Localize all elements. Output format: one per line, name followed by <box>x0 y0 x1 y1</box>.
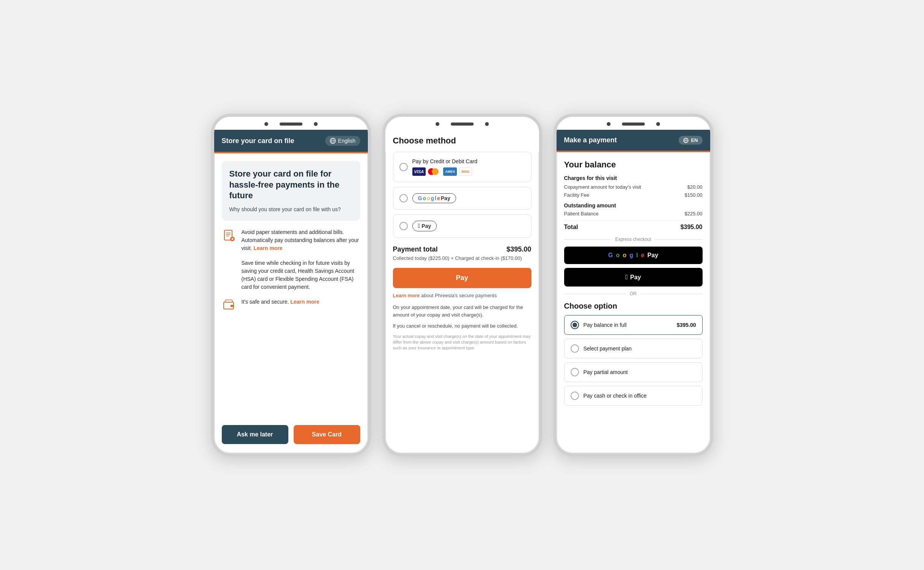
method-credit-card[interactable]: Pay by Credit or Debit Card VISA AMEX DI… <box>393 152 531 182</box>
option-partial-label: Pay partial amount <box>584 369 628 375</box>
g-letter: G <box>418 195 422 201</box>
benefit-2-text: Save time while checking in for future v… <box>222 259 360 291</box>
charge-row-copay: Copayment amount for today's visit $20.0… <box>564 184 703 190</box>
charge-row-facility: Facility Fee $150.00 <box>564 192 703 198</box>
e-letter: e <box>437 195 440 201</box>
visa-icon: VISA <box>412 167 426 176</box>
save-card-button[interactable]: Save Card <box>294 425 360 444</box>
or-text: OR <box>630 291 637 296</box>
radio-gpay <box>399 194 408 202</box>
outstanding-label: Outstanding amount <box>564 202 703 209</box>
option-full-amount: $395.00 <box>677 322 696 328</box>
phone1-title: Store your card on file <box>222 137 294 145</box>
phone2-body: Pay by Credit or Debit Card VISA AMEX DI… <box>385 152 539 453</box>
choose-option-title: Choose option <box>564 302 703 310</box>
balance-title: Your balance <box>564 160 703 170</box>
method-gpay[interactable]: Google Pay <box>393 187 531 210</box>
o-letter2: o <box>427 195 430 201</box>
radio-cash <box>571 392 579 400</box>
phone1-footer: Ask me later Save Card <box>214 419 368 453</box>
gpay-e: e <box>641 252 644 259</box>
radio-plan <box>571 344 579 353</box>
total-row: Total $395.00 <box>564 220 703 231</box>
option-payment-plan[interactable]: Select payment plan <box>564 339 703 358</box>
phone3-dot-left <box>607 122 611 126</box>
info-card: Store your card on file for hassle-free … <box>222 161 360 221</box>
learn-more-line: Learn more about Phreesia's secure payme… <box>393 293 531 298</box>
method-apay[interactable]:  Pay <box>393 214 531 238</box>
apay-pay-text: Pay <box>630 274 641 281</box>
choose-method-title: Choose method <box>393 136 531 146</box>
charge-row-patient: Patient Balance $225.00 <box>564 211 703 217</box>
phone3-body: Your balance Charges for this visit Copa… <box>557 152 710 453</box>
apay-button-outline:  Pay <box>412 221 437 231</box>
or-right <box>641 294 703 294</box>
facility-amount: $150.00 <box>685 192 703 198</box>
g-letter2: g <box>431 195 434 201</box>
copay-amount: $20.00 <box>687 184 703 190</box>
option-full-left: Pay balance in full <box>571 321 627 329</box>
benefit-1-icon <box>222 228 236 243</box>
phone3-header: Make a payment EN <box>557 130 710 151</box>
option-cash-label: Pay cash or check in office <box>584 393 647 399</box>
option-plan-left: Select payment plan <box>571 344 632 353</box>
benefit-1-learn-more[interactable]: Learn more <box>253 245 282 251</box>
svg-rect-11 <box>231 305 234 307</box>
gpay-full-button[interactable]: Google Pay <box>564 247 703 264</box>
option-partial[interactable]: Pay partial amount <box>564 362 703 382</box>
payment-total-label: Payment total <box>393 245 438 253</box>
phone3-title: Make a payment <box>564 136 617 144</box>
phone2-header: Choose method <box>385 130 539 152</box>
info-card-subtext: Why should you store your card on file w… <box>229 206 353 213</box>
phones-container: Store your card on file English Store yo… <box>211 114 713 456</box>
benefit-3-text: It's safe and secure. Learn more <box>242 298 320 306</box>
apple-icon-btn:  <box>625 273 628 281</box>
option-full-label: Pay balance in full <box>584 322 627 328</box>
radio-full-balance <box>571 321 579 329</box>
pay-button[interactable]: Pay <box>393 268 531 288</box>
or-left <box>564 294 626 294</box>
phone2-speaker <box>451 123 474 126</box>
option-cash[interactable]: Pay cash or check in office <box>564 386 703 406</box>
phone1-header: Store your card on file English <box>214 130 368 152</box>
gpay-g: G <box>608 252 613 259</box>
pay-text-gpay: Pay <box>441 195 450 201</box>
patient-balance-label: Patient Balance <box>564 211 599 217</box>
phone1-notch <box>214 117 368 130</box>
pay-text-apay: Pay <box>421 223 431 229</box>
or-divider: OR <box>564 291 703 296</box>
credit-card-content: Pay by Credit or Debit Card VISA AMEX DI… <box>412 158 477 176</box>
gpay-button-outline: Google Pay <box>412 193 456 203</box>
phone3-dot-right <box>656 122 660 126</box>
phone1-dot-left <box>264 122 268 126</box>
option-full-balance[interactable]: Pay balance in full $395.00 <box>564 315 703 335</box>
ask-later-button[interactable]: Ask me later <box>222 425 288 444</box>
option-cash-left: Pay cash or check in office <box>571 392 647 400</box>
phone-3: Make a payment EN Your balance Charges f… <box>553 114 713 456</box>
phone2-dot-left <box>436 122 439 126</box>
facility-label: Facility Fee <box>564 192 589 198</box>
payment-total-amount: $395.00 <box>506 245 531 253</box>
phone1-lang-btn[interactable]: English <box>325 136 360 146</box>
apple-logo-icon:  <box>418 223 420 229</box>
benefit-3: It's safe and secure. Learn more <box>222 298 360 312</box>
info-text-2: If you cancel or reschedule, no payment … <box>393 322 531 330</box>
phone1-lang-label: English <box>338 138 356 144</box>
phone3-lang-badge[interactable]: EN <box>679 136 702 145</box>
learn-more-link[interactable]: Learn more <box>393 293 420 298</box>
divider-right <box>655 239 703 240</box>
info-text-1: On your appointment date, your card will… <box>393 304 531 318</box>
phone1-body: Store your card on file for hassle-free … <box>214 153 368 419</box>
credit-card-label: Pay by Credit or Debit Card <box>412 158 477 164</box>
option-plan-label: Select payment plan <box>584 346 632 352</box>
benefit-2: Save time while checking in for future v… <box>222 259 360 291</box>
benefit-3-learn-more[interactable]: Learn more <box>290 299 319 305</box>
phone-2: Choose method Pay by Credit or Debit Car… <box>382 114 542 456</box>
info-card-heading: Store your card on file for hassle-free … <box>229 169 353 201</box>
apay-full-button[interactable]:  Pay <box>564 268 703 287</box>
gpay-g2: g <box>630 252 633 259</box>
gpay-pay-text: Pay <box>647 252 658 259</box>
phone2-dot-right <box>485 122 489 126</box>
benefit-1: Avoid paper statements and additional bi… <box>222 228 360 252</box>
total-amount: $395.00 <box>681 224 703 231</box>
